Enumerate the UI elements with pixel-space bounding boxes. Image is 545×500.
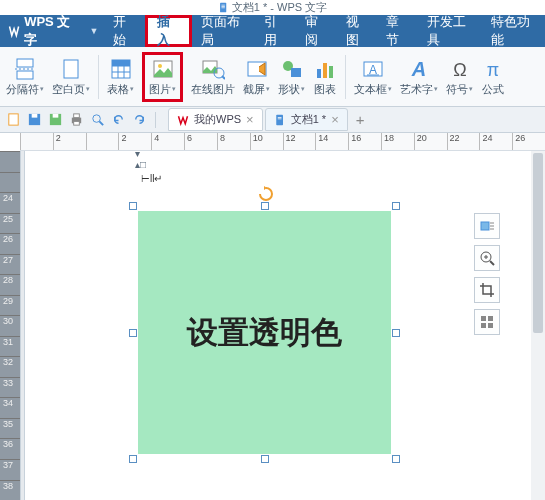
wordart-icon: A bbox=[407, 57, 431, 81]
floating-image-tools bbox=[474, 213, 500, 335]
picture-icon bbox=[151, 57, 175, 81]
inserted-image[interactable]: 设置透明色 bbox=[138, 211, 391, 454]
svg-line-49 bbox=[490, 261, 494, 265]
scrollbar-thumb[interactable] bbox=[533, 153, 543, 333]
svg-rect-33 bbox=[32, 114, 38, 118]
chart-icon bbox=[313, 57, 337, 81]
indent-marker[interactable]: ▾▴□ bbox=[135, 151, 146, 170]
tab-home[interactable]: 开始 bbox=[104, 15, 145, 47]
resize-handle-r[interactable] bbox=[392, 329, 400, 337]
save-as-icon[interactable] bbox=[48, 112, 63, 127]
svg-rect-42 bbox=[277, 117, 281, 118]
selected-image-frame[interactable]: 设置透明色 bbox=[133, 206, 396, 459]
table-icon bbox=[109, 57, 133, 81]
blank-page-button[interactable]: 空白页▾ bbox=[52, 57, 90, 97]
tab-review[interactable]: 审阅 bbox=[296, 15, 337, 47]
picture-button[interactable]: 图片▾ bbox=[149, 57, 176, 97]
crop-button[interactable] bbox=[474, 277, 500, 303]
symbol-button[interactable]: Ω 符号▾ bbox=[446, 57, 473, 97]
close-icon[interactable]: × bbox=[331, 112, 339, 127]
doc-tabs: 我的WPS × 文档1 * × + bbox=[164, 108, 539, 131]
qat-separator bbox=[155, 112, 156, 128]
tab-page-layout[interactable]: 页面布局 bbox=[192, 15, 255, 47]
layout-icon bbox=[479, 218, 495, 234]
online-picture-button[interactable]: 在线图片 bbox=[191, 57, 235, 97]
resize-handle-t[interactable] bbox=[261, 202, 269, 210]
picture-highlight: 图片▾ bbox=[142, 52, 183, 102]
rotate-handle[interactable] bbox=[258, 186, 274, 202]
layout-options-button[interactable] bbox=[474, 213, 500, 239]
close-icon[interactable]: × bbox=[246, 112, 254, 127]
horizontal-ruler[interactable]: 2 2 4 6 8 10 12 14 16 18 20 22 24 26 bbox=[20, 133, 545, 151]
text-cursor: ⊢ll↵ bbox=[141, 173, 162, 184]
tab-view[interactable]: 视图 bbox=[337, 15, 378, 47]
svg-point-39 bbox=[93, 115, 101, 123]
resize-handle-br[interactable] bbox=[392, 455, 400, 463]
chart-button[interactable]: 图表 bbox=[313, 57, 337, 97]
svg-rect-24 bbox=[329, 66, 333, 78]
vertical-ruler[interactable]: 24 25 26 27 28 29 30 31 32 33 34 35 36 3… bbox=[0, 151, 20, 500]
page-canvas[interactable]: ▾▴□ ⊢ll↵ 设置透明色 bbox=[25, 151, 545, 500]
print-preview-icon[interactable] bbox=[90, 112, 105, 127]
wordart-button[interactable]: A 艺术字▾ bbox=[400, 57, 438, 97]
svg-rect-3 bbox=[221, 8, 224, 9]
svg-rect-41 bbox=[276, 114, 283, 125]
table-button[interactable]: 表格▾ bbox=[107, 57, 134, 97]
add-tab-button[interactable]: + bbox=[350, 111, 371, 128]
textbox-button[interactable]: A 文本框▾ bbox=[354, 57, 392, 97]
more-options-button[interactable] bbox=[474, 309, 500, 335]
crop-icon bbox=[479, 282, 495, 298]
tab-insert[interactable]: 插入 bbox=[145, 15, 192, 47]
svg-rect-22 bbox=[317, 69, 321, 78]
resize-handle-l[interactable] bbox=[129, 329, 137, 337]
screenshot-button[interactable]: 截屏▾ bbox=[243, 57, 270, 97]
shapes-button[interactable]: 形状▾ bbox=[278, 57, 305, 97]
equation-icon: π bbox=[481, 57, 505, 81]
tab-references[interactable]: 引用 bbox=[255, 15, 296, 47]
svg-line-40 bbox=[99, 121, 103, 125]
svg-rect-38 bbox=[74, 121, 80, 125]
resize-handle-tr[interactable] bbox=[392, 202, 400, 210]
svg-rect-4 bbox=[17, 59, 33, 67]
app-menu[interactable]: WPS 文字 bbox=[0, 15, 83, 47]
redo-icon[interactable] bbox=[132, 112, 147, 127]
svg-rect-7 bbox=[64, 60, 78, 78]
undo-icon[interactable] bbox=[111, 112, 126, 127]
svg-rect-13 bbox=[112, 60, 130, 66]
online-picture-icon bbox=[201, 57, 225, 81]
svg-rect-1 bbox=[221, 5, 224, 6]
rotate-icon bbox=[258, 186, 274, 202]
resize-handle-bl[interactable] bbox=[129, 455, 137, 463]
svg-text:π: π bbox=[487, 60, 499, 80]
menubar: WPS 文字 ▼ 开始 插入 页面布局 引用 审阅 视图 章节 开发工具 特色功… bbox=[0, 15, 545, 47]
resize-handle-tl[interactable] bbox=[129, 202, 137, 210]
print-icon[interactable] bbox=[69, 112, 84, 127]
tab-features[interactable]: 特色功能 bbox=[482, 15, 545, 47]
svg-rect-2 bbox=[221, 6, 224, 7]
page-break-button[interactable]: 分隔符▾ bbox=[6, 57, 44, 97]
doctab-mywps[interactable]: 我的WPS × bbox=[168, 108, 263, 131]
svg-rect-23 bbox=[323, 63, 327, 78]
screenshot-icon bbox=[245, 57, 269, 81]
svg-point-15 bbox=[158, 64, 162, 68]
tab-developer[interactable]: 开发工具 bbox=[418, 15, 481, 47]
svg-rect-44 bbox=[481, 222, 489, 230]
shapes-icon bbox=[280, 57, 304, 81]
doc-icon bbox=[274, 114, 286, 126]
doctab-document1[interactable]: 文档1 * × bbox=[265, 108, 348, 131]
symbol-icon: Ω bbox=[448, 57, 472, 81]
svg-rect-53 bbox=[488, 316, 493, 321]
tab-section[interactable]: 章节 bbox=[377, 15, 418, 47]
save-icon[interactable] bbox=[27, 112, 42, 127]
app-dropdown[interactable]: ▼ bbox=[83, 15, 104, 47]
resize-handle-b[interactable] bbox=[261, 455, 269, 463]
grid-icon bbox=[479, 314, 495, 330]
new-file-icon[interactable] bbox=[6, 112, 21, 127]
vertical-scrollbar[interactable] bbox=[531, 151, 545, 500]
svg-line-18 bbox=[222, 76, 225, 79]
wps-icon bbox=[177, 114, 189, 126]
zoom-button[interactable] bbox=[474, 245, 500, 271]
equation-button[interactable]: π 公式 bbox=[481, 57, 505, 97]
svg-text:A: A bbox=[411, 58, 426, 80]
svg-rect-5 bbox=[17, 71, 33, 79]
